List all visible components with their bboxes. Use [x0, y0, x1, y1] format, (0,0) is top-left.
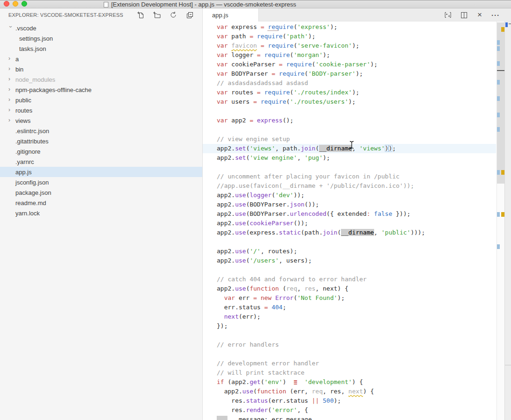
code-line[interactable]: app2.use('/users', users); — [217, 256, 425, 265]
code-line[interactable]: }); — [217, 321, 425, 331]
tree-item-settings.json[interactable]: settings.json — [0, 33, 202, 43]
code-line[interactable]: // view engine setup — [217, 135, 425, 144]
code-line[interactable]: app2.use('/', routes); — [217, 247, 425, 256]
code-line[interactable]: res.render('error', { — [217, 406, 425, 415]
code-line[interactable] — [217, 237, 425, 247]
tree-item-views[interactable]: ›views — [0, 115, 202, 126]
ruler-highlight-mark — [497, 40, 500, 45]
code-line[interactable]: var err = new Error('Not Found'); — [217, 293, 425, 303]
tree-item-public[interactable]: ›public — [0, 95, 202, 105]
explorer-header: EXPLORER: VSCODE-SMOKETEST-EXPRESS — [0, 8, 203, 21]
code-line[interactable]: app2.use(function (err, req, res, next) … — [217, 387, 425, 396]
ruler-highlight-mark — [497, 244, 500, 249]
code-line[interactable]: err.status = 404; — [217, 303, 425, 312]
tree-item-routes[interactable]: ›routes — [0, 105, 202, 115]
code-line[interactable]: var routes = require('./routes/index'); — [217, 88, 425, 97]
code-line[interactable]: app2.use(express.static(path.join(__dirn… — [217, 228, 425, 237]
split-editor-icon[interactable] — [460, 11, 468, 19]
close-icon[interactable]: × — [476, 11, 484, 19]
code-line[interactable] — [217, 349, 425, 359]
tree-item-label: public — [0, 97, 31, 104]
code-line[interactable]: var cookieParser = require('cookie-parse… — [217, 60, 425, 69]
tree-item-app.js[interactable]: app.js — [0, 167, 202, 177]
tree-item-npm-packages-offline-cache[interactable]: ›npm-packages-offline-cache — [0, 85, 202, 95]
refresh-icon[interactable] — [169, 11, 177, 19]
editor-tab-bar: app.js × ··· — [203, 8, 511, 21]
tree-item-label: yarn.lock — [0, 210, 40, 217]
tree-item-node_modules[interactable]: ›node_modules — [0, 74, 202, 85]
code-line[interactable]: app2.use(BODYParser.json()); — [217, 200, 425, 209]
code-line[interactable]: // uncomment after placing your favicon … — [217, 172, 425, 181]
code-line[interactable]: res.status(err.status || 500); — [217, 396, 425, 406]
tree-item-yarn.lock[interactable]: yarn.lock — [0, 208, 202, 218]
overview-ruler-scrollbar[interactable] — [497, 21, 504, 420]
tree-item-.gitattributes[interactable]: .gitattributes — [0, 136, 202, 146]
code-line[interactable]: // catch 404 and forward to error handle… — [217, 275, 425, 284]
code-editor[interactable]: var express = require('express');var pat… — [203, 21, 511, 420]
tree-item-label: jsconfig.json — [0, 179, 49, 186]
code-line[interactable]: var app2 = express(); — [217, 116, 425, 125]
code-line[interactable]: //app.use(favicon(__dirname + '/public/f… — [217, 181, 425, 191]
code-line[interactable]: // will print stacktrace — [217, 368, 425, 377]
tree-item-tasks.json[interactable]: tasks.json — [0, 43, 202, 54]
chevron-right-icon: › — [8, 55, 13, 62]
tree-item-bin[interactable]: ›bin — [0, 64, 202, 74]
chevron-right-icon: › — [8, 86, 13, 93]
chevron-right-icon: › — [8, 76, 13, 82]
code-line[interactable]: app2.use(function (req, res, next) { — [217, 284, 425, 293]
ruler-highlight-mark — [497, 212, 500, 217]
code-line[interactable]: // asdasdasdadssad asdasd — [217, 78, 425, 88]
code-line[interactable] — [217, 265, 425, 275]
chevron-right-icon: › — [8, 117, 13, 123]
tree-item-.yarnrc[interactable]: .yarnrc — [0, 157, 202, 167]
minimap-mark — [509, 23, 511, 24]
code-line[interactable] — [217, 331, 425, 340]
tree-item-label: tasks.json — [0, 45, 46, 52]
tree-item-jsconfig.json[interactable]: jsconfig.json — [0, 177, 202, 187]
document-icon — [104, 2, 108, 7]
tree-item-readme.md[interactable]: readme.md — [0, 198, 202, 208]
chevron-right-icon: › — [8, 107, 13, 113]
tree-item-label: routes — [0, 107, 32, 114]
tree-item-label: .gitattributes — [0, 138, 49, 145]
minimize-window-button[interactable] — [13, 1, 18, 7]
new-folder-icon[interactable] — [153, 11, 161, 19]
code-line[interactable]: var logger = require('morgan'); — [217, 50, 425, 60]
code-line[interactable] — [217, 125, 425, 135]
more-actions-icon[interactable]: ··· — [491, 11, 500, 19]
tree-item-.eslintrc.json[interactable]: .eslintrc.json — [0, 126, 202, 136]
code-line[interactable]: app2.use(logger('dev')); — [217, 191, 425, 200]
tab-app-js[interactable]: app.js — [203, 8, 259, 21]
tree-item-label: npm-packages-offline-cache — [0, 86, 92, 93]
tree-item-.vscode[interactable]: ›.vscode — [0, 23, 202, 33]
code-line[interactable]: app2.set('view engine', 'pug'); — [217, 153, 425, 163]
ruler-highlight-mark — [497, 61, 500, 66]
code-line[interactable]: next(err); — [217, 312, 425, 321]
code-line[interactable]: message: err.message — [217, 415, 425, 420]
code-line-current[interactable]: app2.set('views', path.join(__dirname, '… — [217, 144, 425, 153]
code-line[interactable] — [217, 163, 425, 172]
code-line[interactable] — [217, 107, 425, 116]
zoom-window-button[interactable] — [21, 1, 27, 7]
tree-item-package.json[interactable]: package.json — [0, 187, 202, 198]
code-line[interactable]: app2.use(BODYParser.urlencoded({ extende… — [217, 209, 425, 219]
tree-item-.gitignore[interactable]: .gitignore — [0, 146, 202, 157]
code-line[interactable]: var BODYParser = require('BODY-parser'); — [217, 69, 425, 78]
code-line[interactable]: if (app2.get('env') ≡ 'development') { — [217, 377, 425, 387]
close-window-button[interactable] — [4, 1, 9, 7]
code-line[interactable]: // error handlers — [217, 340, 425, 349]
code-line[interactable]: var express = require('express'); — [217, 22, 425, 32]
tree-item-a[interactable]: ›a — [0, 54, 202, 64]
code-line[interactable]: app2.use(cookieParser()); — [217, 219, 425, 228]
ruler-cursor-mark — [497, 70, 505, 71]
open-changes-icon[interactable] — [444, 11, 452, 19]
new-file-icon[interactable] — [136, 11, 145, 19]
collapse-all-icon[interactable] — [185, 11, 194, 19]
code-line[interactable]: // development error handler — [217, 359, 425, 368]
tree-item-label: package.json — [0, 189, 51, 196]
code-line[interactable]: var path = require('path'); — [217, 32, 425, 41]
title-bar: [Extension Development Host] - app.js — … — [0, 0, 511, 8]
code-line[interactable]: var favicon = require('serve-favicon'); — [217, 41, 425, 50]
code-line[interactable]: var users = require('./routes/users'); — [217, 97, 425, 107]
tree-item-label: app.js — [0, 169, 32, 176]
